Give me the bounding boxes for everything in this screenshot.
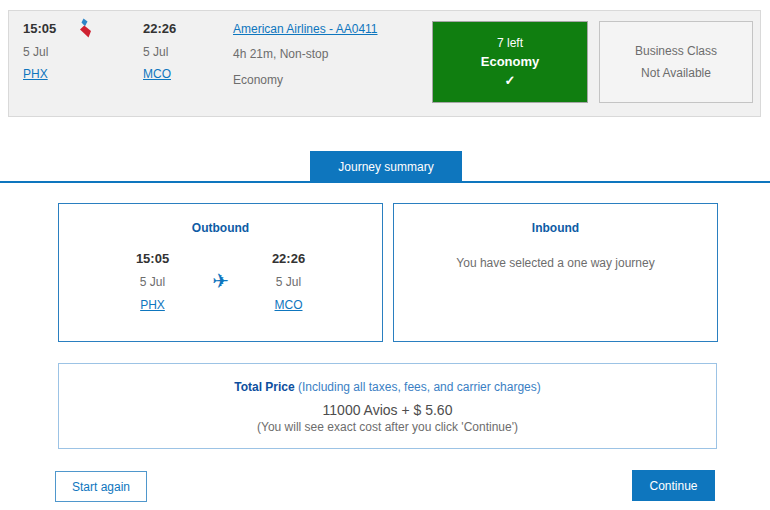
flight-result-bar: 15:05 5 Jul PHX 22:26 5 Jul MCO American…	[8, 10, 761, 117]
american-airlines-logo-icon	[75, 18, 95, 42]
one-way-message: You have selected a one way journey	[394, 256, 717, 270]
outbound-arrival-date: 5 Jul	[259, 275, 319, 289]
arrival-column: 22:26 5 Jul MCO	[143, 11, 176, 81]
outbound-card: Outbound 15:05 5 Jul PHX ✈ 22:26 5 Jul M…	[58, 203, 383, 342]
cabin-text: Economy	[233, 73, 378, 87]
outbound-departure-date: 5 Jul	[123, 275, 183, 289]
continue-button-label: Continue	[649, 479, 697, 493]
outbound-title: Outbound	[59, 221, 382, 235]
business-class-label: Business Class	[635, 44, 717, 58]
business-not-available-label: Not Available	[641, 66, 711, 80]
outbound-journey-row: 15:05 5 Jul PHX ✈ 22:26 5 Jul MCO	[59, 251, 382, 312]
airline-flight-link[interactable]: American Airlines - AA0411	[233, 22, 378, 36]
inbound-card: Inbound You have selected a one way jour…	[393, 203, 718, 342]
check-icon: ✓	[505, 73, 516, 88]
departure-date: 5 Jul	[23, 45, 56, 59]
departure-time: 15:05	[23, 21, 56, 36]
outbound-arrival-airport-link[interactable]: MCO	[275, 298, 303, 312]
journey-summary-tab[interactable]: Journey summary	[310, 151, 462, 182]
duration-text: 4h 21m, Non-stop	[233, 47, 378, 61]
start-again-button[interactable]: Start again	[55, 471, 147, 502]
price-note: (You will see exact cost after you click…	[59, 420, 716, 434]
price-amount: 11000 Avios + $ 5.60	[59, 402, 716, 418]
arrival-date: 5 Jul	[143, 45, 176, 59]
total-price-box: Total Price (Including all taxes, fees, …	[58, 363, 717, 449]
departure-airport-link[interactable]: PHX	[23, 67, 48, 81]
booking-page: 15:05 5 Jul PHX 22:26 5 Jul MCO American…	[0, 0, 770, 510]
inbound-title: Inbound	[394, 221, 717, 235]
journey-summary-tab-label: Journey summary	[338, 160, 433, 174]
arrival-airport-link[interactable]: MCO	[143, 67, 171, 81]
total-price-title: Total Price (Including all taxes, fees, …	[59, 380, 716, 394]
outbound-arrival-time: 22:26	[259, 251, 319, 266]
start-again-button-label: Start again	[72, 480, 130, 494]
total-price-label-suffix: (Including all taxes, fees, and carrier …	[295, 380, 541, 394]
outbound-arrival-column: 22:26 5 Jul MCO	[259, 251, 319, 312]
arrival-time: 22:26	[143, 21, 176, 36]
economy-availability-cell[interactable]: 7 left Economy ✓	[432, 21, 588, 103]
economy-cabin-label: Economy	[481, 54, 540, 69]
departure-column: 15:05 5 Jul PHX	[23, 11, 56, 81]
total-price-label: Total Price	[234, 380, 294, 394]
outbound-departure-airport-link[interactable]: PHX	[140, 298, 165, 312]
continue-button[interactable]: Continue	[632, 470, 715, 501]
flight-info-column: American Airlines - AA0411 4h 21m, Non-s…	[233, 11, 378, 87]
outbound-departure-column: 15:05 5 Jul PHX	[123, 251, 183, 312]
business-availability-cell: Business Class Not Available	[599, 21, 753, 103]
seats-left-text: 7 left	[497, 36, 523, 50]
plane-icon: ✈	[210, 269, 232, 312]
outbound-departure-time: 15:05	[123, 251, 183, 266]
